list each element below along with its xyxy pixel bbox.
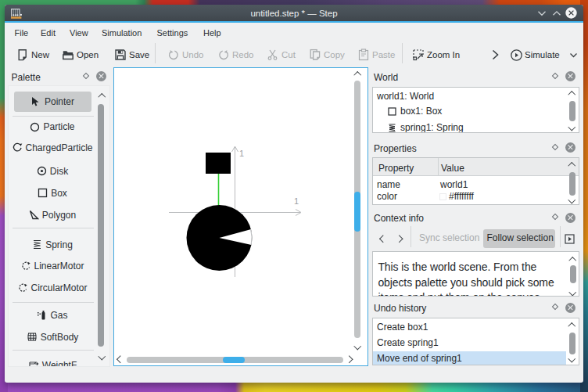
svg-text:1: 1 (239, 149, 244, 158)
svg-text:1: 1 (294, 196, 299, 206)
